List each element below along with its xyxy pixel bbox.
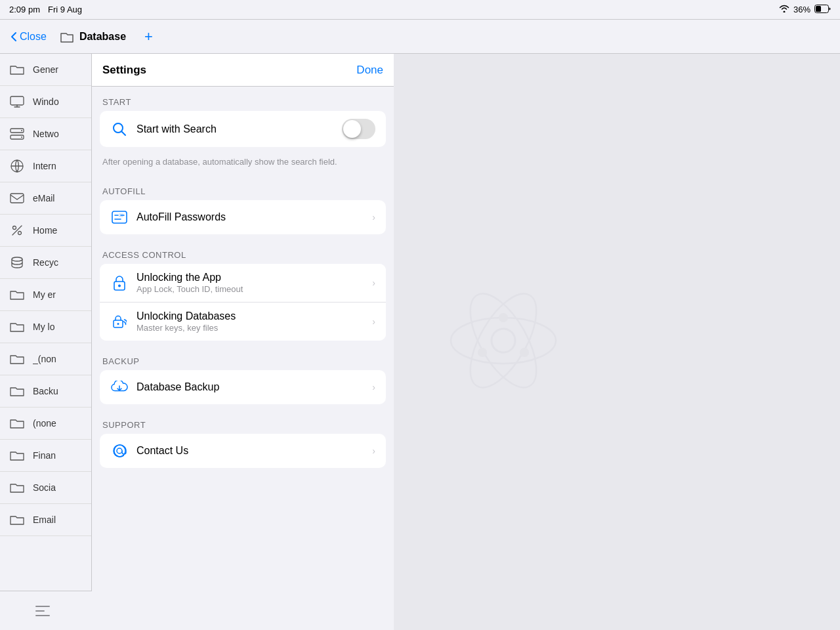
menu-toolbar-icon[interactable] [28, 597, 57, 625]
support-section-label: SUPPORT [92, 410, 394, 434]
sidebar-item-nonealt[interactable]: (none [0, 408, 91, 440]
sidebar-item-email[interactable]: eMail [0, 182, 91, 215]
toggle-switch[interactable] [342, 119, 375, 139]
svg-point-9 [13, 226, 16, 230]
autofill-section-label: AUTOFILL [92, 176, 394, 200]
access-control-section: ACCESS CONTROL Unlocking [92, 240, 394, 341]
unlocking-app-title: Unlocking the App [136, 272, 364, 284]
sidebar-item-backup[interactable]: Backu [0, 375, 91, 408]
database-backup-title: Database Backup [136, 381, 364, 393]
sidebar-item-home[interactable]: Home [0, 215, 91, 247]
status-time: 2:09 pm [9, 5, 40, 14]
sidebar-item-emailalt[interactable]: Email [0, 504, 91, 536]
cloud-icon [110, 378, 129, 396]
sidebar-item-none[interactable]: _(non [0, 343, 91, 375]
monitor-icon [8, 93, 26, 111]
contact-us-content: Contact Us [136, 445, 364, 457]
unlocking-app-content: Unlocking the App App Lock, Touch ID, ti… [136, 272, 364, 294]
sidebar-item-social[interactable]: Socia [0, 472, 91, 504]
sidebar-item-windows[interactable]: Windo [0, 86, 91, 118]
start-section: START Start with Search [92, 87, 394, 176]
lock-db-icon [110, 312, 129, 331]
sidebar-label-windows: Windo [33, 96, 59, 107]
back-button[interactable]: Close [10, 31, 47, 43]
autofill-passwords-row[interactable]: AutoFill Passwords › [100, 200, 386, 234]
unlocking-app-row[interactable]: Unlocking the App App Lock, Touch ID, ti… [100, 264, 386, 303]
battery-percent: 36% [793, 5, 810, 14]
folder6-icon [8, 414, 26, 432]
sidebar-label-backup: Backu [33, 386, 58, 396]
database-backup-row[interactable]: Database Backup › [100, 370, 386, 404]
settings-panel: Settings Done START [92, 54, 394, 630]
sidebar-item-mylogins[interactable]: My lo [0, 311, 91, 343]
sidebar-label-finance: Finan [33, 450, 56, 461]
sidebar-label-myentries: My er [33, 289, 56, 300]
unlocking-databases-row[interactable]: Unlocking Databases Master keys, key fil… [100, 303, 386, 341]
sidebar-item-internet[interactable]: Intern [0, 150, 91, 182]
background-logo [431, 268, 576, 415]
start-with-search-content: Start with Search [136, 123, 334, 135]
folder8-icon [8, 478, 26, 497]
start-with-search-row[interactable]: Start with Search [100, 111, 386, 147]
sidebar-item-finance[interactable]: Finan [0, 440, 91, 472]
backup-section-label: BACKUP [92, 346, 394, 370]
start-description: After opening a database, automatically … [92, 152, 394, 176]
svg-point-5 [21, 130, 22, 131]
svg-rect-1 [816, 6, 821, 12]
svg-point-16 [118, 285, 121, 287]
main-content: Settings Done START [92, 54, 840, 630]
svg-point-21 [492, 329, 515, 352]
status-date: Fri 9 Aug [48, 5, 82, 14]
contact-us-row[interactable]: Contact Us › [100, 434, 386, 468]
sidebar-label-social: Socia [33, 482, 56, 493]
sidebar-item-recycle[interactable]: Recyc [0, 247, 91, 279]
sidebar-label-network: Netwo [33, 129, 59, 139]
svg-point-23 [457, 284, 550, 398]
unlocking-databases-content: Unlocking Databases Master keys, key fil… [136, 310, 364, 333]
sidebar-item-general[interactable]: Gener [0, 54, 91, 86]
svg-point-20 [117, 448, 122, 453]
at-icon [110, 442, 129, 460]
svg-point-25 [499, 313, 508, 322]
autofill-group: AutoFill Passwords › [100, 200, 386, 234]
svg-point-22 [451, 318, 556, 364]
svg-rect-14 [119, 213, 123, 217]
svg-point-27 [478, 348, 487, 357]
nav-title: Database [60, 30, 126, 43]
autofill-icon [110, 208, 129, 226]
svg-point-24 [457, 284, 550, 398]
unlocking-app-subtitle: App Lock, Touch ID, timeout [136, 284, 364, 294]
settings-done-button[interactable]: Done [356, 64, 383, 77]
unlocking-databases-title: Unlocking Databases [136, 310, 364, 322]
search-icon [110, 120, 129, 138]
status-bar: 2:09 pm Fri 9 Aug 36% [0, 0, 840, 20]
settings-header: Settings Done [92, 54, 394, 87]
folder4-icon [8, 350, 26, 368]
server-icon [8, 125, 26, 143]
start-with-search-title: Start with Search [136, 123, 334, 135]
sidebar-item-network[interactable]: Netwo [0, 118, 91, 150]
sidebar-label-recycle: Recyc [33, 257, 58, 268]
wifi-icon [779, 5, 789, 14]
contact-us-chevron-icon: › [372, 446, 375, 456]
svg-point-10 [18, 232, 22, 235]
unlocking-databases-chevron-icon: › [372, 316, 375, 327]
svg-point-26 [520, 348, 529, 357]
start-with-search-toggle[interactable] [342, 119, 375, 139]
backup-group: Database Backup › [100, 370, 386, 404]
backup-section: BACKUP Database Backup [92, 346, 394, 404]
database-backup-content: Database Backup [136, 381, 364, 393]
folder2-icon [8, 285, 26, 304]
autofill-chevron-icon: › [372, 212, 375, 222]
sidebar-label-general: Gener [33, 64, 58, 75]
svg-point-18 [117, 323, 119, 325]
autofill-passwords-title: AutoFill Passwords [136, 211, 364, 223]
sidebar-item-myentries[interactable]: My er [0, 279, 91, 311]
sidebar-label-home: Home [33, 225, 57, 236]
folder7-icon [8, 446, 26, 465]
nav-bar: Close Database + [0, 20, 840, 54]
sidebar-label-email: eMail [33, 193, 54, 203]
start-group: Start with Search [100, 111, 386, 147]
content-area: Gener Windo [0, 54, 840, 630]
add-button[interactable]: + [144, 28, 153, 45]
